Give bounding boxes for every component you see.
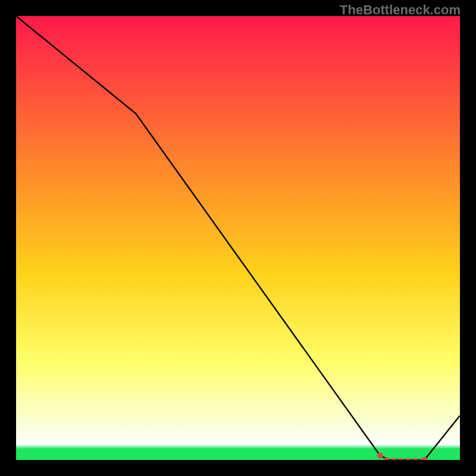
- plot-area: [16, 16, 460, 460]
- marker-dot: [377, 453, 383, 459]
- chart-frame: TheBottleneck.com: [0, 0, 476, 476]
- gradient-chart: [16, 16, 460, 460]
- gradient-background: [16, 16, 460, 460]
